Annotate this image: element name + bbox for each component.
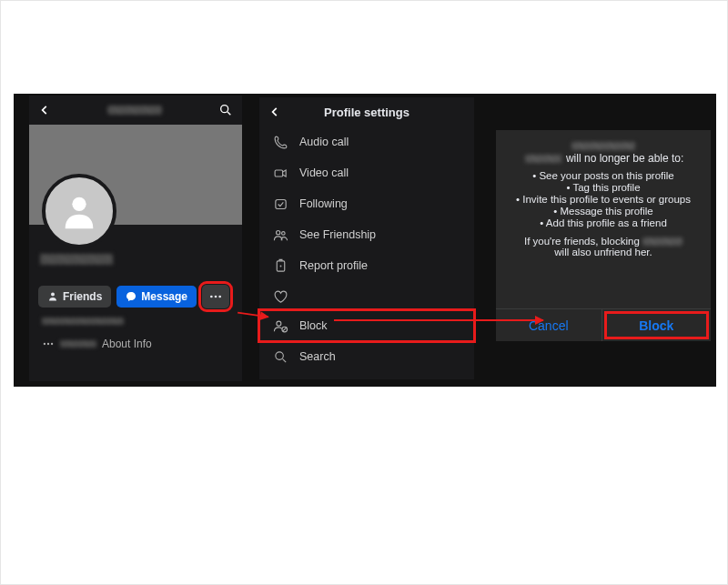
svg-point-2 — [51, 293, 55, 297]
menu-label: Block — [299, 319, 328, 332]
svg-point-11 — [276, 230, 279, 234]
profile-panel: Friends Message About Info — [29, 96, 242, 381]
menu-label: Report profile — [299, 259, 368, 272]
message-button[interactable]: Message — [116, 286, 197, 308]
about-info-label: About Info — [102, 338, 152, 350]
settings-title: Profile settings — [281, 106, 452, 119]
menu-label: See Friendship — [299, 228, 376, 241]
menu-label: Video call — [299, 166, 349, 179]
heading-suffix: will no longer be able to: — [566, 152, 683, 165]
bullet: Add this profile as a friend — [507, 217, 700, 228]
svg-point-3 — [210, 296, 213, 298]
bullet: Message this profile — [507, 206, 700, 217]
phone-icon — [272, 134, 288, 150]
meta-redacted — [42, 318, 124, 325]
block-button[interactable]: Block — [604, 311, 710, 339]
svg-point-7 — [47, 343, 49, 345]
menu-item-favorite[interactable] — [259, 281, 474, 310]
message-label: Message — [141, 290, 187, 303]
menu-item-friendship[interactable]: See Friendship — [259, 219, 474, 250]
annotation-arrow — [334, 319, 543, 321]
dialog-bullets: See your posts on this profile Tag this … — [507, 170, 700, 228]
profile-name-redacted — [107, 106, 162, 115]
report-icon — [272, 257, 288, 274]
menu-item-report[interactable]: Report profile — [259, 250, 474, 281]
block-label: Block — [639, 318, 673, 333]
svg-point-17 — [275, 351, 283, 359]
menu-label: Search — [299, 350, 336, 363]
menu-item-audio-call[interactable]: Audio call — [259, 126, 474, 157]
heart-icon — [272, 288, 288, 305]
cancel-button[interactable]: Cancel — [496, 309, 602, 341]
name-redacted — [571, 142, 635, 150]
svg-point-12 — [281, 231, 285, 235]
svg-rect-9 — [275, 169, 283, 176]
footer-prefix: If you're friends, blocking — [524, 236, 640, 247]
cover-photo — [29, 125, 242, 225]
search-icon[interactable] — [218, 103, 233, 117]
menu-item-block[interactable]: Block — [259, 310, 474, 341]
search-icon — [272, 348, 288, 365]
bullet: Invite this profile to events or groups — [507, 194, 700, 205]
menu-item-video-call[interactable]: Video call — [259, 157, 474, 188]
bullet: Tag this profile — [507, 182, 700, 193]
name-redacted — [642, 237, 682, 246]
more-icon — [42, 338, 55, 350]
svg-point-14 — [280, 266, 281, 267]
friends-label: Friends — [63, 290, 102, 303]
annotation-arrow — [238, 312, 268, 318]
name-redacted — [525, 155, 561, 163]
profile-settings-panel: Profile settings Audio call Video call F… — [259, 97, 474, 379]
svg-point-8 — [51, 343, 53, 345]
messenger-icon — [126, 291, 136, 302]
info-redacted — [60, 340, 96, 348]
menu-item-following[interactable]: Following — [259, 188, 474, 219]
block-confirm-dialog: will no longer be able to: See your post… — [496, 130, 711, 341]
svg-rect-10 — [275, 199, 285, 208]
dialog-footer: If you're friends, blocking will also un… — [507, 236, 700, 257]
svg-point-1 — [72, 197, 86, 211]
svg-point-4 — [215, 296, 217, 298]
bullet: See your posts on this profile — [507, 170, 700, 181]
svg-point-5 — [218, 296, 221, 298]
svg-point-0 — [221, 106, 228, 113]
avatar[interactable] — [42, 174, 116, 248]
video-icon — [272, 165, 288, 181]
dialog-heading: will no longer be able to: — [507, 139, 700, 165]
block-person-icon — [272, 318, 288, 334]
svg-point-15 — [276, 321, 280, 326]
more-button[interactable] — [202, 285, 229, 308]
back-icon[interactable] — [268, 106, 281, 118]
menu-label: Audio call — [299, 136, 349, 148]
people-icon — [272, 227, 288, 243]
svg-point-6 — [44, 343, 46, 345]
footer-suffix: will also unfriend her. — [554, 247, 652, 257]
menu-label: Following — [299, 197, 348, 210]
person-icon — [47, 291, 58, 302]
display-name-redacted — [40, 254, 113, 265]
check-icon — [272, 196, 288, 212]
friends-button[interactable]: Friends — [38, 286, 111, 308]
menu-item-search[interactable]: Search — [259, 341, 474, 372]
back-icon[interactable] — [38, 104, 51, 116]
